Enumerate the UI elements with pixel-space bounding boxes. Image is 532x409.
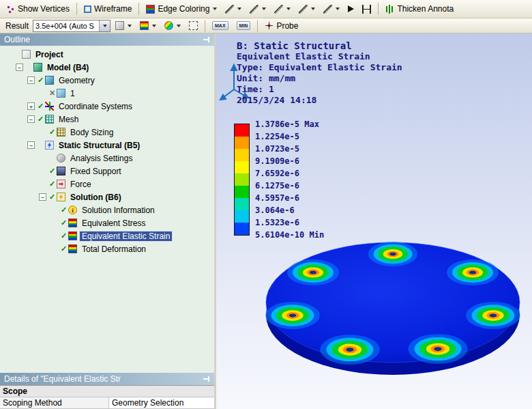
tree-item-project[interactable]: Project — [1, 48, 214, 61]
tree-item-analysis-settings[interactable]: Analysis Settings — [1, 152, 214, 165]
edge-option-button-1[interactable] — [222, 3, 245, 16]
scale-dropdown-button[interactable] — [99, 20, 110, 31]
check-icon: ✓ — [37, 102, 44, 111]
dropdown-caret-icon — [128, 25, 132, 27]
tree-item-label: Fixed Support — [68, 167, 123, 176]
legend-band — [235, 161, 249, 173]
legend-band — [235, 173, 249, 186]
tree-item-label: Solution (B6) — [68, 193, 123, 202]
edge-style-icon — [323, 5, 332, 14]
tree-item-equivalent-elastic-strain[interactable]: ✓Equivalent Elastic Strain — [1, 229, 214, 242]
tree-item-equivalent-stress[interactable]: ✓Equivalent Stress — [1, 216, 214, 229]
tree-item-label: Solution Information — [80, 206, 157, 215]
expand-toggle-icon[interactable]: + — [27, 102, 35, 110]
tree-item-geometry[interactable]: −✓Geometry — [1, 74, 214, 87]
legend-band — [235, 137, 249, 149]
solution-information-icon — [68, 206, 77, 214]
legend-label: 3.064e-6 — [255, 206, 295, 214]
edge-style-icon — [250, 5, 258, 14]
details-pane-header: Details of "Equivalent Elastic Str — [0, 373, 214, 385]
fixed-support-icon — [57, 167, 65, 175]
pin-icon[interactable] — [203, 36, 210, 43]
dropdown-caret-icon — [103, 25, 107, 27]
min-probe-button[interactable]: MIN — [233, 19, 254, 32]
edge-coloring-button[interactable]: Edge Coloring — [143, 2, 220, 16]
tree-item-label: Body Sizing — [68, 128, 115, 137]
scale-ruler-button[interactable] — [359, 3, 374, 16]
annotation-result-name: Equivalent Elastic Strain — [237, 51, 402, 62]
thicken-annotations-button[interactable]: Thicken Annota — [382, 2, 457, 16]
pin-icon[interactable] — [203, 376, 210, 382]
legend-label: 1.5323e-6 — [255, 218, 299, 227]
annotation-arrow-button[interactable] — [344, 3, 357, 14]
dropdown-caret-icon — [336, 8, 340, 10]
force-icon — [57, 180, 65, 188]
tree-item-fixed-support[interactable]: ✓Fixed Support — [1, 165, 214, 178]
edge-style-icon — [274, 5, 283, 14]
dropdown-caret-icon — [177, 25, 181, 27]
collapse-toggle-icon[interactable]: − — [27, 141, 35, 149]
check-icon: ✓ — [60, 206, 68, 214]
show-vertices-label: Show Vertices — [18, 4, 70, 14]
body-icon — [57, 89, 65, 98]
check-icon: ✓ — [60, 244, 68, 253]
edge-option-button-3[interactable] — [271, 3, 294, 16]
result-annotation: B: Static Structural Equivalent Elastic … — [237, 40, 402, 106]
collapse-toggle-icon[interactable]: − — [27, 76, 35, 84]
contour-legend: 1.3786e-5 Max1.2254e-51.0723e-59.1909e-6… — [234, 124, 250, 236]
legend-band — [235, 149, 249, 161]
check-icon: ✓ — [60, 231, 68, 240]
tree-item-1[interactable]: ✕1 — [1, 87, 214, 100]
show-vertices-button[interactable]: Show Vertices — [3, 2, 73, 16]
edge-option-button-5[interactable] — [320, 3, 343, 16]
collapse-toggle-icon[interactable]: − — [27, 115, 35, 123]
tree-item-body-sizing[interactable]: ✓Body Sizing — [1, 126, 214, 139]
show-vertices-icon — [6, 5, 15, 14]
probe-button[interactable]: Probe — [261, 19, 301, 33]
edge-option-button-2[interactable] — [246, 3, 269, 16]
legend-label: 4.5957e-6 — [255, 193, 299, 202]
tree-item-solution-b6[interactable]: −✓Solution (B6) — [1, 191, 214, 203]
tree-item-label: Analysis Settings — [68, 154, 134, 163]
arrow-icon — [348, 5, 354, 12]
details-row-scoping-method[interactable]: Scoping Method Geometry Selection — [0, 397, 214, 409]
details-section-scope: Scope — [0, 386, 214, 397]
dropdown-caret-icon — [286, 8, 291, 10]
tree-item-coordinate-systems[interactable]: +✓Coordinate Systems — [1, 100, 214, 113]
model-icon — [33, 63, 42, 72]
collapse-toggle-icon[interactable]: − — [16, 64, 23, 71]
details-pane-title: Details of "Equivalent Elastic Str — [4, 374, 121, 384]
tree-item-static-structural-b5[interactable]: −Static Structural (B5) — [1, 139, 214, 152]
tree-item-label: Equivalent Stress — [80, 218, 147, 228]
tree-item-solution-information[interactable]: ✓Solution Information — [1, 203, 214, 216]
display-style-button[interactable] — [186, 19, 201, 32]
rainbow-palette-icon — [164, 21, 173, 30]
dropdown-caret-icon — [311, 8, 315, 10]
analysis-icon — [45, 141, 54, 150]
solution-icon — [57, 193, 65, 201]
geometry-icon — [45, 76, 54, 85]
mesh-icon — [45, 115, 54, 124]
check-icon: ✓ — [37, 76, 44, 85]
tree-item-mesh[interactable]: −✓Mesh — [1, 113, 214, 126]
scale-combobox[interactable]: 3.5e+004 (Auto S — [33, 20, 110, 32]
tree-item-force[interactable]: ✓Force — [1, 178, 214, 191]
tree-item-label: Equivalent Elastic Strain — [80, 231, 172, 241]
color-scheme-button[interactable] — [161, 19, 184, 32]
legend-label: 1.0723e-5 — [255, 144, 299, 153]
tree-item-model-b4[interactable]: −Model (B4) — [1, 61, 214, 74]
edge-option-button-4[interactable] — [295, 3, 319, 16]
check-icon: ✓ — [48, 180, 56, 188]
collapse-toggle-icon[interactable]: − — [39, 193, 46, 201]
thicken-annotations-label: Thicken Annota — [397, 4, 454, 14]
wireframe-label: Wireframe — [94, 4, 132, 14]
contour-display-button[interactable] — [136, 19, 160, 32]
tree-item-total-deformation[interactable]: ✓Total Deformation — [1, 242, 214, 255]
wireframe-button[interactable]: Wireframe — [80, 2, 135, 16]
graphics-options-toolbar: Show Vertices Wireframe Edge Coloring — [0, 0, 532, 18]
tree-item-label: Coordinate Systems — [57, 102, 134, 111]
geometry-display-button[interactable] — [112, 19, 135, 32]
mesh-control-icon — [57, 128, 65, 137]
max-probe-button[interactable]: MAX — [209, 19, 232, 32]
graphics-viewport[interactable]: B: Static Structural Equivalent Elastic … — [216, 33, 532, 409]
